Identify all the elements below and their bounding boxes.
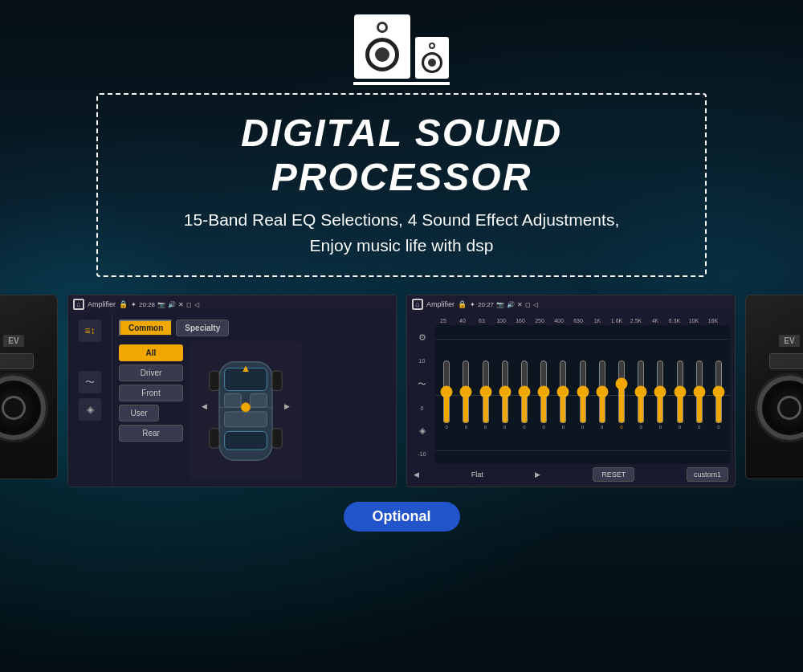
speaker-small-icon (415, 37, 449, 79)
band-10-value: 0 (620, 425, 622, 430)
freq-label-1k: 1K (589, 318, 606, 324)
speaker-main-icon (354, 14, 410, 79)
right-speaker-woofer (757, 376, 803, 440)
left-screen: ⌂ Amplifier 🔒 ✦ 20:28 📷 🔊 ✕ ◻ ◁ ≡↕ (67, 295, 397, 487)
presets-car-row: All Driver Front User Rear (119, 341, 389, 480)
eq-vol-icon[interactable]: ◈ (419, 426, 426, 436)
band-4-slider[interactable] (500, 360, 510, 424)
band-11-slider[interactable] (636, 360, 646, 424)
band-12-slider[interactable] (655, 360, 665, 424)
right-vol-icon: 🔊 (507, 301, 515, 308)
screens-row: EV ⌂ Amplifier 🔒 ✦ 20:28 📷 🔊 ✕ ◻ ◁ (0, 295, 803, 487)
reset-btn[interactable]: RESET (593, 467, 634, 482)
left-speaker-tweeter (0, 353, 34, 369)
left-speaker-woofer-inner (2, 396, 26, 420)
eq-left-icons: ⚙ 10 〜 0 ◈ -10 (412, 325, 432, 464)
band-12-value: 0 (659, 425, 662, 430)
right-home-icon[interactable]: ⌂ (412, 299, 423, 310)
left-x-icon: ✕ (178, 301, 184, 308)
band-9-slider[interactable] (597, 360, 607, 424)
band-10-slider[interactable] (617, 360, 626, 424)
freq-label-400: 400 (550, 318, 568, 324)
speaker-small-woofer-inner (428, 59, 436, 67)
freq-label-630: 630 (569, 318, 587, 324)
eq-wave-icon[interactable]: 〜 (418, 378, 426, 390)
freq-label-16k: 16K (704, 318, 722, 324)
eq-tune-icon[interactable]: ⚙ (418, 332, 426, 343)
main-content: DIGITAL SOUND PROCESSOR 15-Band Real EQ … (0, 0, 803, 672)
prev-btn[interactable]: ◀ (414, 470, 419, 479)
common-button[interactable]: Common (119, 320, 173, 336)
right-speaker-tweeter (769, 353, 803, 369)
svg-point-7 (241, 402, 250, 411)
band-14-slider[interactable] (695, 360, 704, 424)
speaker-small-tweeter (429, 43, 435, 49)
left-sidebar: ≡↕ 〜 ◈ (68, 313, 112, 487)
band-15-slider[interactable] (714, 360, 724, 424)
optional-button[interactable]: Optional (344, 502, 460, 531)
svg-rect-9 (210, 371, 219, 390)
speaker-underline (353, 82, 450, 85)
speaker-small-woofer (422, 52, 442, 73)
speaker-woofer-inner (375, 47, 389, 62)
left-app-name: Amplifier (88, 300, 116, 308)
all-preset-btn[interactable]: All (119, 344, 183, 361)
right-cam-icon: 📷 (496, 301, 504, 308)
svg-text:▶: ▶ (284, 401, 290, 410)
right-status-icons: ✦ 20:27 📷 🔊 ✕ ◻ ◁ (470, 301, 538, 308)
dsp-subtitle: 15-Band Real EQ Selections, 4 Sound Effe… (122, 207, 681, 258)
right-status-bar: ⌂ Amplifier 🔒 ✦ 20:27 📷 🔊 ✕ ◻ ◁ (407, 295, 735, 313)
band-5-value: 0 (523, 425, 525, 430)
car-top-view-svg: ◀ ▶ (198, 347, 294, 475)
freq-label-250: 250 (531, 318, 548, 324)
sidebar-eq-icon[interactable]: ≡↕ (79, 320, 101, 342)
svg-rect-12 (272, 428, 282, 447)
svg-rect-2 (225, 431, 267, 450)
freq-labels-row: 25 40 63 100 160 250 400 630 1K 1.6K 2.5… (412, 318, 730, 324)
band-13-slider[interactable] (675, 360, 685, 424)
band-8-slider[interactable] (578, 360, 588, 424)
user-preset-btn[interactable]: User (119, 405, 159, 422)
driver-preset-btn[interactable]: Driver (119, 365, 183, 381)
band-7-slider[interactable] (558, 360, 568, 424)
band-2-slider[interactable] (461, 360, 471, 424)
right-screen: ⌂ Amplifier 🔒 ✦ 20:27 📷 🔊 ✕ ◻ ◁ 25 (406, 295, 736, 487)
band-3-slider[interactable] (481, 360, 491, 424)
custom-btn[interactable]: custom1 (687, 467, 728, 482)
freq-label-6.3k: 6.3K (666, 318, 683, 324)
eq-y-label-n10: -10 (418, 451, 426, 457)
specialty-button[interactable]: Specialty (176, 320, 229, 336)
band-5-slider[interactable] (520, 360, 529, 424)
speaker-icon-group (354, 14, 449, 79)
right-speaker: EV (745, 295, 803, 479)
left-home-icon[interactable]: ⌂ (73, 299, 84, 310)
eq-y-label-0: 0 (421, 405, 424, 411)
left-sq-icon: ◻ (186, 301, 192, 308)
band-2-value: 0 (465, 425, 467, 430)
band-6-slider[interactable] (539, 360, 548, 424)
left-status-bar: ⌂ Amplifier 🔒 ✦ 20:28 📷 🔊 ✕ ◻ ◁ (68, 295, 396, 313)
play-btn[interactable]: ▶ (535, 470, 540, 479)
band-15-value: 0 (717, 425, 719, 430)
eq-y-label-10: 10 (419, 358, 426, 364)
band-1-slider[interactable] (442, 360, 451, 424)
eq-main-area: ⚙ 10 〜 0 ◈ -10 (412, 325, 730, 464)
svg-rect-5 (251, 393, 267, 407)
speaker-tweeter (377, 22, 388, 33)
sidebar-wave-icon[interactable]: 〜 (79, 371, 101, 393)
band-14-value: 0 (698, 425, 700, 430)
rear-preset-btn[interactable]: Rear (119, 425, 183, 442)
left-back-icon: ◁ (194, 301, 199, 308)
freq-label-4k: 4K (646, 318, 664, 324)
left-lock-icon: 🔒 (119, 300, 128, 308)
band-4-value: 0 (503, 425, 506, 430)
band-13-value: 0 (679, 425, 681, 430)
svg-rect-6 (225, 411, 267, 426)
sidebar-volume-icon[interactable]: ◈ (79, 398, 101, 421)
svg-rect-10 (272, 371, 282, 390)
eq-sliders-area: 0 0 0 (435, 325, 730, 464)
right-sq-icon: ◻ (525, 301, 531, 308)
front-preset-btn[interactable]: Front (119, 385, 183, 401)
left-status-icons: ✦ 20:28 📷 🔊 ✕ ◻ ◁ (131, 301, 199, 308)
dsp-title: DIGITAL SOUND PROCESSOR (122, 111, 681, 199)
